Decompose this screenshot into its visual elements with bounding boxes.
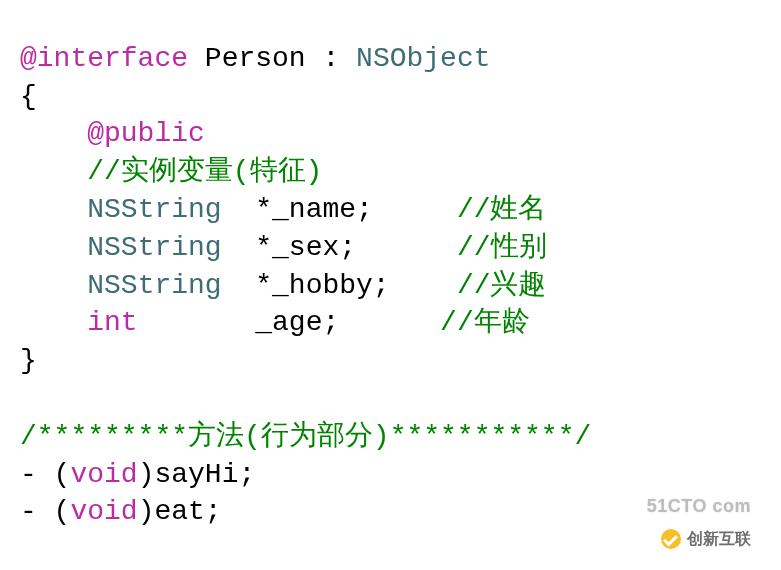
decl-name: *_name; — [255, 194, 373, 225]
method-prefix: - ( — [20, 496, 70, 527]
type-nsstring: NSString — [87, 270, 221, 301]
type-nsstring: NSString — [87, 194, 221, 225]
watermark-51cto: 51CTO com — [647, 494, 751, 518]
comment-hobby: //兴趣 — [457, 270, 547, 301]
line-5: NSString *_name; //姓名 — [20, 194, 547, 225]
code-block: @interface Person : NSObject { @public /… — [0, 0, 781, 570]
colon: : — [306, 43, 356, 74]
watermark-cxhl-text: 创新互联 — [687, 528, 751, 550]
line-13: - (void)eat; — [20, 496, 222, 527]
comment-name: //姓名 — [457, 194, 547, 225]
class-name: Person — [205, 43, 306, 74]
line-6: NSString *_sex; //性别 — [20, 232, 547, 263]
comment-age: //年龄 — [440, 307, 530, 338]
method-suffix: )sayHi; — [138, 459, 256, 490]
kw-void: void — [70, 496, 137, 527]
line-11-comment: /*********方法(行为部分)***********/ — [20, 421, 591, 452]
line-9: } — [20, 345, 37, 376]
line-12: - (void)sayHi; — [20, 459, 255, 490]
line-1: @interface Person : NSObject — [20, 43, 491, 74]
type-nsstring: NSString — [87, 232, 221, 263]
line-4-comment: //实例变量(特征) — [20, 156, 322, 187]
superclass: NSObject — [356, 43, 490, 74]
kw-void: void — [70, 459, 137, 490]
line-2: { — [20, 81, 37, 112]
decl-sex: *_sex; — [255, 232, 356, 263]
kw-interface: @interface — [20, 43, 188, 74]
watermark-icon — [661, 529, 681, 549]
decl-hobby: *_hobby; — [255, 270, 389, 301]
method-suffix: )eat; — [138, 496, 222, 527]
method-prefix: - ( — [20, 459, 70, 490]
decl-age: _age; — [255, 307, 339, 338]
type-int: int — [87, 307, 137, 338]
line-7: NSString *_hobby; //兴趣 — [20, 270, 547, 301]
watermark-cxhl: 创新互联 — [661, 528, 751, 550]
line-3-public: @public — [20, 118, 205, 149]
comment-sex: //性别 — [457, 232, 547, 263]
line-8: int _age; //年龄 — [20, 307, 530, 338]
